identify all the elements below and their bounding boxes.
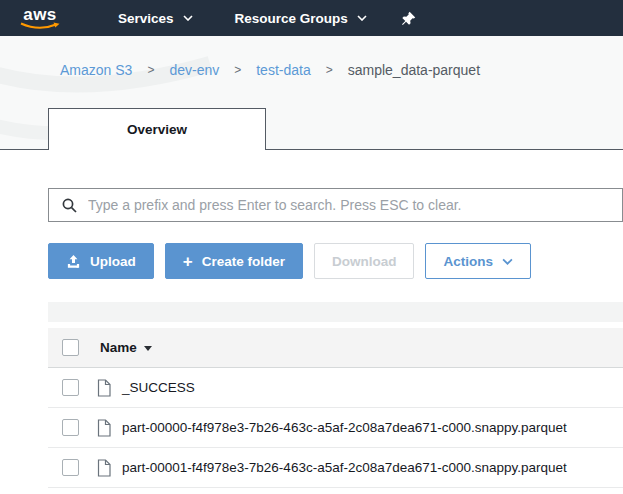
chevron-down-icon [183, 15, 193, 21]
sort-desc-icon [144, 346, 152, 351]
tab-bar-left-spacer [0, 108, 48, 150]
breadcrumb-separator: > [326, 63, 333, 77]
row-checkbox[interactable] [62, 379, 79, 396]
download-button[interactable]: Download [314, 243, 415, 279]
chevron-down-icon [357, 15, 367, 21]
aws-console-topbar: aws Services Resource Groups [0, 0, 623, 36]
aws-smile-icon [20, 22, 60, 31]
actions-dropdown-button[interactable]: Actions [425, 243, 531, 279]
chevron-down-icon [502, 258, 513, 265]
tab-bar: Overview [0, 108, 623, 150]
name-column-label: Name [100, 340, 137, 355]
breadcrumb-current-folder: sample_data-parquet [348, 62, 480, 78]
breadcrumb-separator: > [234, 63, 241, 77]
aws-logo-text: aws [23, 7, 57, 22]
object-name[interactable]: part-00001-f4f978e3-7b26-463c-a5af-2c08a… [122, 460, 567, 475]
create-folder-button-label: Create folder [202, 254, 285, 269]
search-icon [61, 197, 78, 214]
table-row[interactable]: part-00000-f4f978e3-7b26-463c-a5af-2c08a… [48, 408, 623, 448]
name-column-header[interactable]: Name [100, 340, 152, 355]
search-input[interactable] [88, 197, 612, 213]
tab-overview[interactable]: Overview [48, 108, 266, 150]
table-row[interactable]: part-00001-f4f978e3-7b26-463c-a5af-2c08a… [48, 448, 623, 488]
actions-button-label: Actions [443, 254, 493, 269]
aws-logo[interactable]: aws [18, 7, 62, 31]
breadcrumb-folder[interactable]: test-data [256, 62, 310, 78]
file-icon [96, 379, 112, 397]
file-icon [96, 459, 112, 477]
create-folder-button[interactable]: + Create folder [165, 243, 303, 279]
tab-bar-right-spacer [266, 108, 623, 150]
tab-overview-label: Overview [127, 122, 187, 137]
page-header: Amazon S3 > dev-env > test-data > sample… [0, 36, 623, 150]
upload-icon [66, 254, 81, 269]
plus-icon: + [183, 253, 193, 270]
services-menu[interactable]: Services [118, 11, 193, 26]
object-name[interactable]: part-00000-f4f978e3-7b26-463c-a5af-2c08a… [122, 420, 567, 435]
search-box [48, 188, 623, 222]
table-header-row: Name [48, 328, 623, 368]
table-row[interactable]: _SUCCESS [48, 368, 623, 408]
upload-button-label: Upload [90, 254, 136, 269]
breadcrumb-separator: > [147, 63, 154, 77]
row-checkbox[interactable] [62, 459, 79, 476]
services-menu-label: Services [118, 11, 174, 26]
file-icon [96, 419, 112, 437]
object-name[interactable]: _SUCCESS [122, 380, 195, 395]
pushpin-button[interactable] [401, 11, 416, 26]
breadcrumb-amazon-s3[interactable]: Amazon S3 [60, 62, 132, 78]
upload-button[interactable]: Upload [48, 243, 154, 279]
table-top-strip [48, 302, 623, 322]
resource-groups-menu-label: Resource Groups [235, 11, 348, 26]
download-button-label: Download [332, 254, 397, 269]
pushpin-icon [401, 11, 416, 26]
breadcrumb: Amazon S3 > dev-env > test-data > sample… [0, 36, 623, 78]
overview-panel: Upload + Create folder Download Actions … [0, 188, 623, 488]
row-checkbox[interactable] [62, 419, 79, 436]
object-toolbar: Upload + Create folder Download Actions [48, 243, 623, 279]
resource-groups-menu[interactable]: Resource Groups [235, 11, 367, 26]
select-all-checkbox[interactable] [62, 339, 79, 356]
breadcrumb-bucket[interactable]: dev-env [169, 62, 219, 78]
